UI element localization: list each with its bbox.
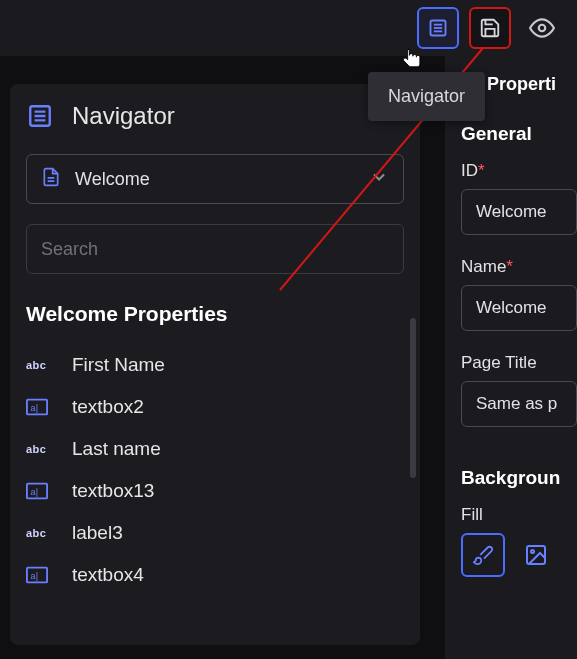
svg-text:a|: a|: [31, 403, 38, 413]
top-toolbar: [0, 0, 577, 56]
page-title-label: Page Title: [461, 353, 577, 373]
navigator-title: Navigator: [72, 102, 175, 130]
textbox-icon: a|: [26, 398, 54, 416]
svg-text:a|: a|: [31, 487, 38, 497]
fill-controls: [461, 533, 577, 577]
list-item[interactable]: a|textbox4: [26, 554, 404, 596]
id-label: ID*: [461, 161, 577, 181]
name-field[interactable]: Welcome: [461, 285, 577, 331]
property-list: abcFirst Namea|textbox2abcLast namea|tex…: [26, 344, 404, 596]
tooltip: Navigator: [368, 72, 485, 121]
fill-image-button[interactable]: [517, 539, 555, 571]
list-icon: [26, 102, 54, 130]
search-input[interactable]: [41, 239, 389, 260]
list-item-label: textbox2: [72, 396, 144, 418]
list-item-label: First Name: [72, 354, 165, 376]
list-icon: [428, 18, 448, 38]
svg-point-4: [539, 25, 546, 32]
svg-point-19: [531, 550, 534, 553]
list-item[interactable]: abcLast name: [26, 428, 404, 470]
label-icon: abc: [26, 527, 54, 539]
list-item[interactable]: a|textbox2: [26, 386, 404, 428]
brush-icon: [472, 544, 494, 566]
tooltip-text: Navigator: [388, 86, 465, 106]
section-title: Welcome Properties: [26, 302, 404, 326]
section-general-title: General: [461, 123, 577, 145]
list-item-label: textbox4: [72, 564, 144, 586]
section-background-title: Backgroun: [461, 467, 577, 489]
navigator-header: Navigator: [26, 102, 404, 130]
search-field[interactable]: [26, 224, 404, 274]
eye-icon: [529, 15, 555, 41]
navigator-panel: Navigator Welcome Welcome Properties abc…: [10, 84, 420, 645]
list-item-label: Last name: [72, 438, 161, 460]
save-icon: [479, 17, 501, 39]
name-label: Name*: [461, 257, 577, 277]
fill-brush-button[interactable]: [461, 533, 505, 577]
properties-panel: ge Properti General ID* Welcome Name* We…: [445, 56, 577, 659]
main-area: Navigator Welcome Welcome Properties abc…: [0, 56, 430, 659]
textbox-icon: a|: [26, 566, 54, 584]
chevron-down-icon: [369, 167, 389, 191]
page-dropdown[interactable]: Welcome: [26, 154, 404, 204]
page-title-field[interactable]: Same as p: [461, 381, 577, 427]
id-field[interactable]: Welcome: [461, 189, 577, 235]
list-item[interactable]: a|textbox13: [26, 470, 404, 512]
label-icon: abc: [26, 359, 54, 371]
label-icon: abc: [26, 443, 54, 455]
list-item[interactable]: abclabel3: [26, 512, 404, 554]
cursor-pointer-icon: [398, 44, 426, 78]
scrollbar-thumb[interactable]: [410, 318, 416, 478]
preview-button[interactable]: [521, 7, 563, 49]
page-dropdown-label: Welcome: [75, 169, 355, 190]
image-icon: [522, 543, 550, 567]
list-item-label: textbox13: [72, 480, 154, 502]
page-icon: [41, 167, 61, 191]
fill-label: Fill: [461, 505, 577, 525]
svg-text:a|: a|: [31, 571, 38, 581]
list-item[interactable]: abcFirst Name: [26, 344, 404, 386]
save-button[interactable]: [469, 7, 511, 49]
textbox-icon: a|: [26, 482, 54, 500]
navigator-toggle-button[interactable]: [417, 7, 459, 49]
list-item-label: label3: [72, 522, 123, 544]
